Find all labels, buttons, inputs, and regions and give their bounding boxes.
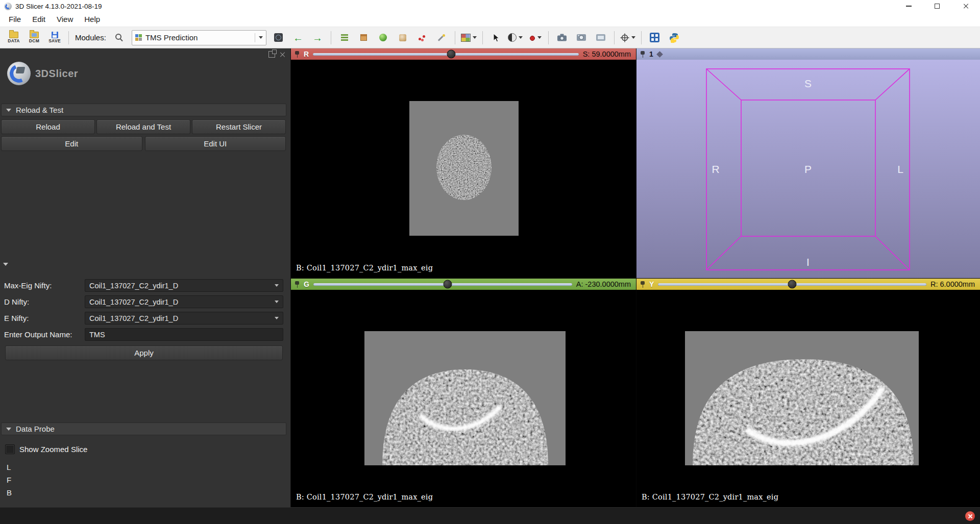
history-icon: [274, 33, 283, 42]
pin-icon[interactable]: [640, 51, 645, 58]
pin-icon[interactable]: [295, 281, 300, 288]
error-indicator-icon[interactable]: [965, 511, 975, 521]
threed-canvas[interactable]: S R P L I: [636, 60, 980, 278]
menu-help[interactable]: Help: [79, 12, 106, 27]
apply-button[interactable]: Apply: [5, 345, 283, 360]
save-button[interactable]: SAVE: [45, 29, 64, 46]
edit-ui-button[interactable]: Edit UI: [145, 136, 286, 151]
module-history-button[interactable]: [270, 30, 288, 46]
markups-dots-icon: [418, 34, 426, 41]
red-slice-canvas[interactable]: B: Coil1_137027_C2_ydir1_max_eig: [291, 60, 636, 278]
show-zoomed-slice-checkbox[interactable]: [5, 444, 15, 454]
yellow-slice-canvas[interactable]: B: Coil1_137027_C2_ydir1_max_eig: [636, 290, 980, 507]
menu-edit[interactable]: Edit: [27, 12, 51, 27]
screenshot-button[interactable]: [553, 30, 571, 46]
floppy-icon: [52, 32, 58, 38]
d-nifty-select[interactable]: Coil1_137027_C2_ydir1_D: [85, 295, 283, 308]
toolbar-separator: [641, 31, 642, 44]
module-search-button[interactable]: [110, 30, 129, 46]
threed-view-label[interactable]: 1: [649, 50, 653, 58]
load-dicom-button[interactable]: DCM: [24, 29, 44, 46]
slider-handle[interactable]: [447, 50, 455, 59]
model-sphere-icon: [379, 34, 387, 41]
adjust-window-level-button[interactable]: [506, 30, 525, 46]
scene-view-capture-button[interactable]: [572, 30, 591, 46]
extensions-manager-button[interactable]: [646, 30, 664, 46]
python-console-button[interactable]: [665, 30, 683, 46]
place-point-icon: [528, 34, 535, 41]
green-view-label[interactable]: G: [304, 280, 309, 288]
slicer-logo-icon: [7, 62, 31, 85]
red-slice-view: R S: 59.0000mm: [291, 48, 636, 278]
red-slice-controller: R S: 59.0000mm: [291, 48, 636, 60]
red-slice-offset[interactable]: S: 59.0000mm: [583, 50, 632, 58]
modules-label: Modules:: [75, 33, 106, 42]
slider-handle[interactable]: [444, 280, 452, 289]
minimize-button[interactable]: [894, 0, 923, 12]
yellow-view-label[interactable]: Y: [649, 280, 654, 288]
toolbar-separator: [548, 31, 549, 44]
maximize-button[interactable]: [923, 0, 951, 12]
layout-selector-button[interactable]: [459, 30, 478, 46]
favorite-volumes-module-button[interactable]: [355, 30, 373, 46]
pin-icon[interactable]: [640, 281, 645, 288]
data-probe-section-header[interactable]: Data Probe: [1, 422, 286, 435]
chevron-down-icon: [259, 36, 263, 39]
green-slice-offset[interactable]: A: -230.0000mm: [576, 280, 632, 288]
coronal-slice-image: [364, 331, 566, 465]
load-data-button[interactable]: DATA: [4, 29, 23, 46]
module-panel: 3DSlicer Reload & Test Reload Reload and…: [0, 48, 291, 507]
pin-icon[interactable]: [295, 51, 300, 58]
chevron-down-icon: [275, 317, 279, 319]
extensions-icon: [650, 33, 659, 42]
chevron-down-icon: [519, 36, 523, 39]
back-arrow-icon: ←: [293, 33, 303, 43]
cursor-icon: [492, 33, 500, 42]
center-view-icon[interactable]: [656, 51, 663, 58]
section-collapse-button[interactable]: [3, 263, 8, 266]
yellow-slice-slider[interactable]: [658, 283, 926, 286]
probe-row-f: F: [7, 476, 11, 484]
scene-restore-icon: [596, 33, 606, 42]
green-slice-slider[interactable]: [313, 283, 572, 286]
combo-divider: [255, 33, 255, 42]
mouse-mode-button[interactable]: [487, 30, 505, 46]
menu-file[interactable]: File: [3, 12, 27, 27]
menu-view[interactable]: View: [51, 12, 79, 27]
slider-handle[interactable]: [788, 280, 797, 289]
reload-test-section-header[interactable]: Reload & Test: [1, 104, 286, 116]
minimize-icon: [906, 6, 912, 7]
module-forward-button[interactable]: →: [308, 30, 327, 46]
toolbar-separator: [68, 31, 69, 44]
favorite-markups-module-button[interactable]: [413, 30, 431, 46]
close-button[interactable]: [951, 0, 980, 12]
orientation-label-inferior: I: [806, 256, 810, 268]
module-back-button[interactable]: ←: [289, 30, 307, 46]
edit-button[interactable]: Edit: [1, 136, 142, 151]
red-view-label[interactable]: R: [304, 50, 309, 58]
favorite-transforms-module-button[interactable]: [394, 30, 412, 46]
undock-panel-button[interactable]: [268, 51, 275, 58]
e-nifty-select[interactable]: Coil1_137027_C2_ydir1_D: [85, 312, 283, 325]
favorite-segment-editor-button[interactable]: [432, 30, 451, 46]
favorite-models-module-button[interactable]: [374, 30, 393, 46]
green-slice-canvas[interactable]: B: Coil1_137027_C2_ydir1_max_eig: [291, 290, 636, 507]
output-name-input[interactable]: [85, 328, 283, 341]
main-toolbar: DATA DCM SAVE Modules: TMS Prediction ← …: [0, 27, 980, 48]
sagittal-slice-image: [685, 331, 919, 465]
max-eig-nifty-select[interactable]: Coil1_137027_C2_ydir1_D: [85, 279, 283, 292]
orientation-label-superior: S: [804, 78, 812, 89]
place-point-button[interactable]: [526, 30, 544, 46]
reload-button[interactable]: Reload: [1, 119, 95, 134]
window-title: 3D Slicer 4.13.0-2021-08-19: [15, 3, 102, 10]
restart-slicer-button[interactable]: Restart Slicer: [192, 119, 286, 134]
module-selector[interactable]: TMS Prediction: [132, 30, 266, 45]
reload-and-test-button[interactable]: Reload and Test: [96, 119, 190, 134]
edit-button-row: Edit Edit UI: [1, 136, 286, 151]
close-panel-button[interactable]: [279, 52, 285, 58]
crosshair-button[interactable]: [619, 30, 637, 46]
favorite-data-module-button[interactable]: [335, 30, 354, 46]
red-slice-slider[interactable]: [313, 53, 579, 56]
yellow-slice-offset[interactable]: R: 6.0000mm: [930, 280, 976, 288]
scene-view-restore-button[interactable]: [592, 30, 610, 46]
